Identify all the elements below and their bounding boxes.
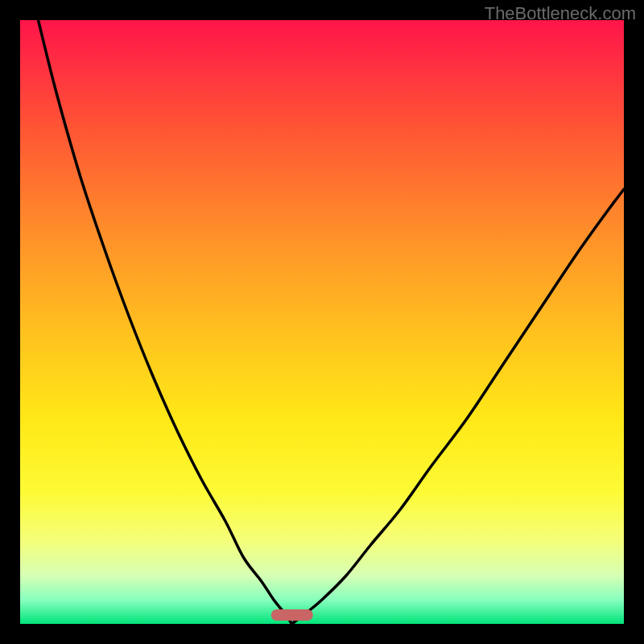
curve-layer (20, 20, 624, 624)
optimal-marker (270, 609, 313, 621)
right-curve (292, 189, 625, 624)
chart-frame (20, 20, 624, 624)
watermark-text: TheBottleneck.com (485, 3, 636, 24)
left-curve (39, 20, 292, 624)
